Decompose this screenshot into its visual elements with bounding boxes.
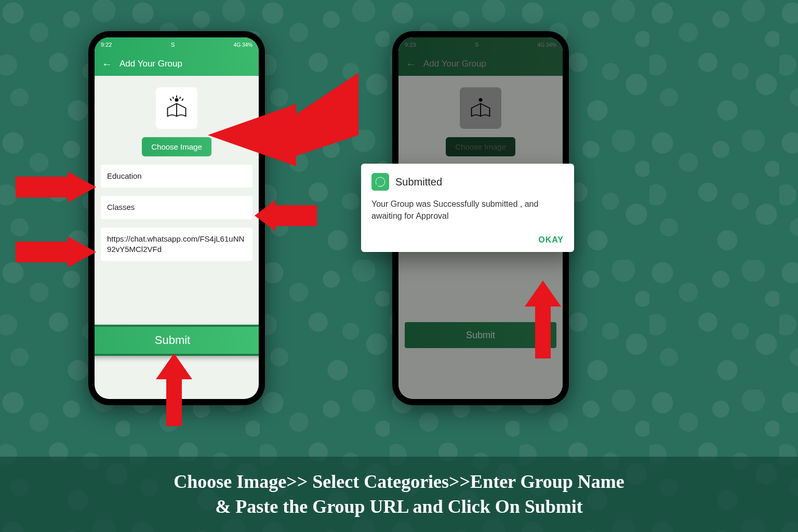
dialog-title: Submitted bbox=[395, 176, 442, 188]
category-field[interactable]: Education bbox=[101, 165, 252, 188]
svg-marker-6 bbox=[16, 236, 96, 268]
choose-image-button[interactable]: Choose Image bbox=[142, 137, 211, 156]
group-image-preview[interactable] bbox=[156, 87, 197, 129]
dialog-body: Your Group was Successfully submitted , … bbox=[371, 198, 564, 222]
caption-line-2: & Paste the Group URL and Click On Submi… bbox=[16, 494, 782, 520]
app-bar-title: Add Your Group bbox=[119, 59, 182, 69]
back-icon[interactable]: ← bbox=[102, 58, 112, 70]
svg-point-0 bbox=[175, 99, 178, 101]
book-icon bbox=[162, 94, 191, 123]
submit-button[interactable]: Submit bbox=[95, 325, 259, 356]
status-right: 4G 34% bbox=[234, 42, 252, 48]
status-carrier: S bbox=[171, 42, 175, 48]
arrow-okay bbox=[525, 281, 561, 358]
arrow-choose-image bbox=[208, 73, 358, 166]
group-url-field[interactable]: https://chat.whatsapp.com/FS4jL61uNN92vY… bbox=[101, 228, 252, 261]
okay-button[interactable]: OKAY bbox=[538, 235, 564, 245]
svg-marker-4 bbox=[16, 171, 96, 203]
status-time: 9:22 bbox=[101, 42, 112, 48]
whatsapp-app-icon bbox=[371, 173, 389, 191]
svg-marker-7 bbox=[156, 353, 192, 426]
svg-marker-3 bbox=[208, 73, 358, 166]
svg-marker-8 bbox=[525, 281, 561, 358]
svg-marker-5 bbox=[255, 200, 317, 231]
arrow-url bbox=[16, 236, 96, 268]
instruction-caption: Choose Image>> Select Categories>>Enter … bbox=[0, 457, 798, 532]
arrow-category bbox=[16, 171, 96, 203]
arrow-submit bbox=[156, 353, 192, 426]
arrow-group-name bbox=[255, 200, 317, 231]
group-name-field[interactable]: Classes bbox=[101, 196, 252, 219]
status-bar: 9:22 S 4G 34% bbox=[95, 37, 259, 52]
caption-line-1: Choose Image>> Select Categories>>Enter … bbox=[16, 469, 782, 495]
submitted-dialog: Submitted Your Group was Successfully su… bbox=[361, 164, 574, 252]
submit-label: Submit bbox=[155, 334, 190, 347]
